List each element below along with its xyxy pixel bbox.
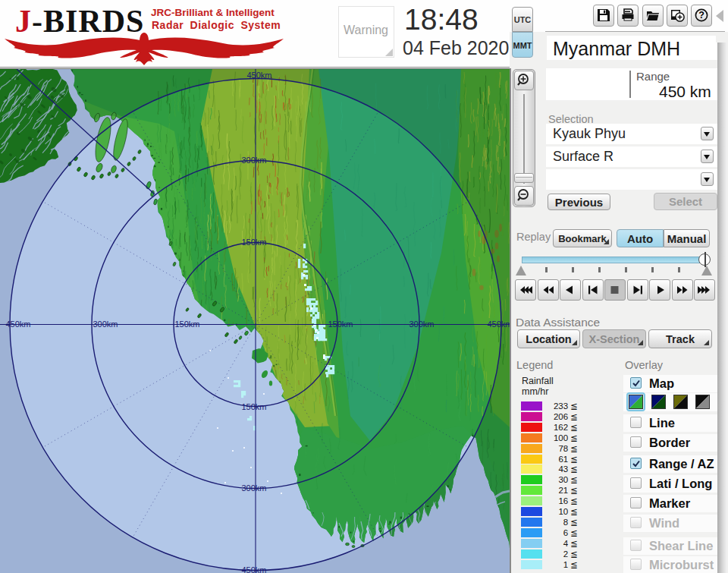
- svg-text:300km: 300km: [409, 320, 434, 329]
- svg-text:450km: 450km: [241, 565, 266, 573]
- svg-text:450km: 450km: [246, 71, 271, 80]
- svg-text:150km: 150km: [241, 238, 266, 247]
- svg-text:300km: 300km: [93, 320, 118, 329]
- svg-text:450km: 450km: [487, 320, 510, 329]
- svg-text:?: ?: [698, 10, 704, 20]
- svg-text:450km: 450km: [5, 320, 30, 329]
- svg-text:150km: 150km: [174, 320, 199, 329]
- svg-text:300km: 300km: [241, 483, 266, 493]
- svg-text:300km: 300km: [241, 156, 266, 165]
- svg-text:150km: 150km: [241, 402, 266, 411]
- svg-text:150km: 150km: [328, 320, 353, 329]
